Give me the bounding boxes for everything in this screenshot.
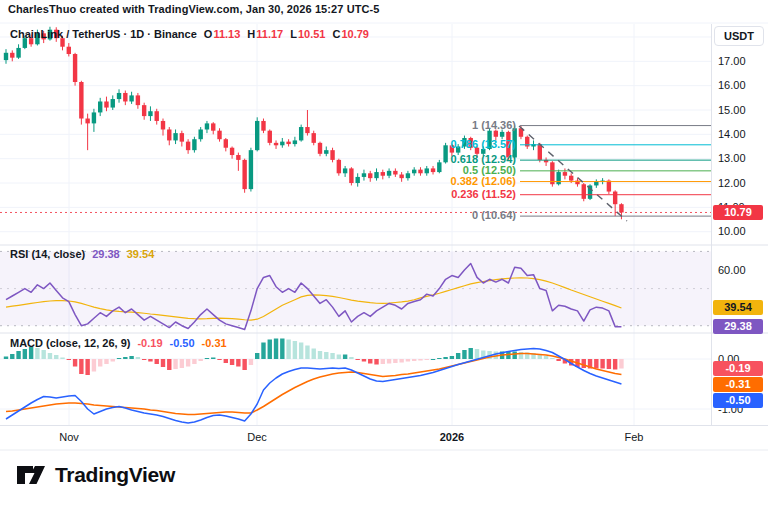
candle-body <box>167 129 171 140</box>
candle-body <box>217 131 221 140</box>
macd-histogram-bar <box>330 353 334 359</box>
symbol-title[interactable]: ChainLink / TetherUS · 1D · Binance <box>10 28 197 40</box>
macd-histogram-bar <box>607 359 611 369</box>
macd-histogram-bar <box>123 357 127 359</box>
candle-body <box>450 145 454 152</box>
rsi-legend-title[interactable]: RSI (14, close) <box>10 248 85 260</box>
macd-hist-value: -0.19 <box>137 337 162 349</box>
candle-body <box>305 127 309 133</box>
candle-body <box>293 140 297 144</box>
macd-histogram-bar <box>198 359 202 361</box>
candle-body <box>16 48 20 58</box>
candle-body <box>67 47 71 54</box>
macd-histogram-bar <box>406 359 410 362</box>
macd-histogram-bar <box>456 353 460 359</box>
macd-histogram-bar <box>613 359 617 370</box>
macd-histogram-bar <box>431 359 435 360</box>
candle-body <box>142 105 146 116</box>
candle-body <box>255 121 259 150</box>
candle-body <box>512 128 516 157</box>
candle-body <box>280 142 284 146</box>
macd-histogram-bar <box>35 348 39 359</box>
candle-body <box>500 132 504 137</box>
candle-body <box>161 121 165 130</box>
macd-histogram-bar <box>111 359 115 362</box>
macd-histogram-bar <box>205 358 209 359</box>
candle-body <box>437 162 441 172</box>
candle-body <box>205 123 209 129</box>
macd-histogram-bar <box>469 348 473 359</box>
macd-legend: MACD (close, 12, 26, 9) -0.19 -0.50 -0.3… <box>10 337 227 349</box>
candle-body <box>249 150 253 189</box>
tradingview-logo-text: TradingView <box>55 463 175 487</box>
candle-body <box>85 119 89 124</box>
macd-histogram-bar <box>242 359 246 370</box>
candle-body <box>4 53 8 60</box>
macd-histogram-bar <box>230 359 234 365</box>
candle-body <box>198 129 202 139</box>
candle-body <box>173 133 177 140</box>
candle-body <box>73 54 77 82</box>
candle-body <box>318 143 322 154</box>
candle-body <box>569 176 573 181</box>
macd-histogram-bar <box>418 359 422 361</box>
currency-toggle-button[interactable]: USDT <box>714 26 764 46</box>
macd-histogram-bar <box>544 356 548 359</box>
rsi-legend: RSI (14, close) 29.38 39.54 <box>10 248 154 260</box>
macd-histogram-bar <box>619 359 623 369</box>
candle-body <box>98 101 102 112</box>
candle-body <box>582 184 586 199</box>
macd-histogram-bar <box>98 359 102 367</box>
candle-body <box>381 172 385 176</box>
macd-histogram-bar <box>161 359 165 367</box>
candle-body <box>230 148 234 155</box>
candle-body <box>180 133 184 142</box>
candle-body <box>111 99 115 108</box>
macd-histogram-bar <box>450 356 454 359</box>
candle-body <box>563 172 567 176</box>
candle-body <box>337 160 341 173</box>
macd-histogram-bar <box>255 353 259 359</box>
macd-legend-title[interactable]: MACD (close, 12, 26, 9) <box>10 337 130 349</box>
macd-histogram-bar <box>10 354 14 359</box>
candle-body <box>462 138 466 147</box>
macd-histogram-bar <box>173 359 177 369</box>
candle-body <box>236 155 240 160</box>
candle-body <box>274 143 278 145</box>
macd-histogram-bar <box>73 359 77 367</box>
open-value: O11.13 <box>204 28 240 40</box>
macd-histogram-bar <box>60 358 64 360</box>
candle-body <box>261 121 265 131</box>
symbol-legend: ChainLink / TetherUS · 1D · Binance O11.… <box>10 28 369 40</box>
tradingview-logo-icon <box>16 462 46 488</box>
close-value: C10.79 <box>332 28 368 40</box>
candle-body <box>299 127 303 140</box>
macd-histogram-bar <box>355 359 359 360</box>
macd-histogram-bar <box>92 359 96 372</box>
candle-body <box>418 170 422 174</box>
candle-body <box>355 177 359 183</box>
macd-histogram-bar <box>299 343 303 360</box>
macd-histogram-bar <box>67 359 71 360</box>
candle-body <box>10 53 14 58</box>
trendline[interactable] <box>519 126 627 221</box>
candle-body <box>425 168 429 173</box>
macd-histogram-bar <box>374 359 378 365</box>
macd-histogram-bar <box>48 353 52 359</box>
candle-body <box>607 181 611 192</box>
macd-histogram-bar <box>85 359 89 375</box>
candle-body <box>79 82 83 119</box>
candle-body <box>613 192 617 205</box>
high-value: H11.17 <box>247 28 283 40</box>
macd-histogram-bar <box>381 359 385 364</box>
candle-body <box>155 111 159 121</box>
macd-histogram-bar <box>550 358 554 359</box>
candle-body <box>406 173 410 178</box>
candle-body <box>242 160 246 189</box>
macd-histogram-bar <box>274 339 278 360</box>
candle-body <box>286 142 290 144</box>
candle-body <box>387 171 391 176</box>
macd-histogram-bar <box>293 341 297 359</box>
tradingview-logo[interactable]: TradingView <box>16 462 175 488</box>
macd-histogram-bar <box>23 349 27 359</box>
